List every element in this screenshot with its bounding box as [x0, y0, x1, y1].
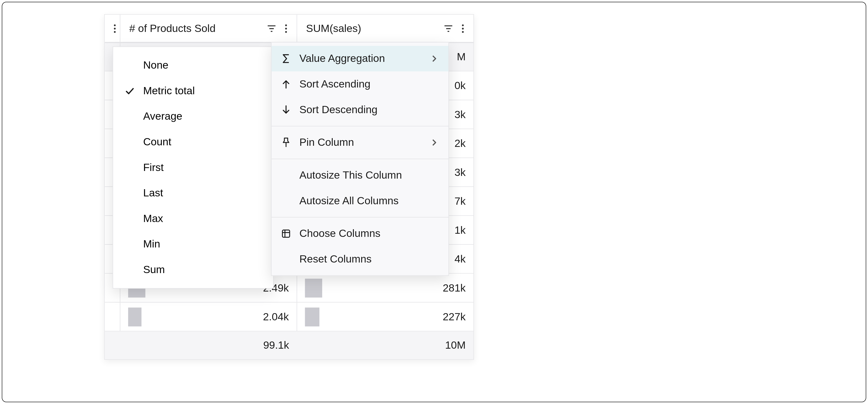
arrow-up-icon: [280, 80, 291, 89]
bar-indicator: [128, 307, 142, 326]
menu-label: Value Aggregation: [300, 53, 424, 65]
menu-label: Pin Column: [300, 136, 424, 148]
menu-value-aggregation[interactable]: Value Aggregation: [272, 46, 448, 71]
chevron-right-icon: [432, 139, 440, 146]
menu-autosize-all-columns[interactable]: Autosize All Columns: [272, 188, 448, 214]
agg-option-last[interactable]: Last: [113, 180, 273, 206]
agg-option-count[interactable]: Count: [113, 129, 273, 155]
agg-label: Min: [143, 238, 160, 250]
agg-option-max[interactable]: Max: [113, 206, 273, 232]
agg-label: Count: [143, 136, 171, 148]
svg-point-1: [114, 28, 116, 29]
agg-option-metric-total[interactable]: Metric total: [113, 78, 273, 104]
agg-option-average[interactable]: Average: [113, 104, 273, 129]
column-title: # of Products Sold: [129, 22, 262, 34]
footer-cell-products: 99.1k: [120, 331, 297, 359]
agg-label: Average: [143, 110, 182, 122]
bar-indicator: [305, 278, 322, 297]
agg-label: Sum: [143, 264, 165, 276]
filter-icon[interactable]: [443, 23, 453, 33]
svg-point-14: [462, 31, 464, 33]
agg-option-min[interactable]: Min: [113, 232, 273, 257]
aggregation-submenu: None Metric total Average Count First La…: [113, 46, 274, 289]
svg-point-7: [285, 28, 287, 29]
bar-indicator: [305, 307, 320, 326]
menu-sort-ascending[interactable]: Sort Ascending: [272, 71, 448, 97]
menu-label: Choose Columns: [300, 228, 439, 240]
table-header: # of Products Sold SUM(sales): [105, 14, 473, 42]
cell-sales: 227k: [297, 303, 473, 331]
cell-sales: 281k: [297, 273, 473, 302]
svg-point-8: [285, 31, 287, 33]
menu-pin-column[interactable]: Pin Column: [272, 130, 448, 156]
agg-option-sum[interactable]: Sum: [113, 257, 273, 282]
menu-autosize-this-column[interactable]: Autosize This Column: [272, 162, 448, 188]
agg-label: None: [143, 59, 168, 71]
menu-label: Sort Ascending: [300, 78, 439, 90]
menu-choose-columns[interactable]: Choose Columns: [272, 221, 448, 246]
pin-icon: [280, 137, 291, 147]
column-context-menu: Value Aggregation Sort Ascending Sort De…: [271, 42, 449, 276]
menu-label: Autosize This Column: [300, 169, 439, 181]
filter-icon[interactable]: [267, 23, 276, 33]
agg-option-first[interactable]: First: [113, 155, 273, 180]
table-footer-total: 99.1k 10M: [105, 331, 473, 359]
more-icon[interactable]: [110, 23, 120, 33]
menu-reset-columns[interactable]: Reset Columns: [272, 246, 448, 272]
svg-point-13: [462, 28, 464, 29]
column-header-sum-sales[interactable]: SUM(sales): [297, 14, 473, 42]
more-icon[interactable]: [458, 23, 468, 33]
column-title: SUM(sales): [306, 22, 439, 34]
footer-cell-sales: 10M: [297, 331, 473, 359]
svg-point-12: [462, 24, 464, 26]
table-row[interactable]: 2.04k227k: [105, 303, 473, 331]
menu-sort-descending[interactable]: Sort Descending: [272, 97, 448, 123]
column-header-products-sold[interactable]: # of Products Sold: [120, 14, 297, 42]
cell-value: 281k: [327, 282, 466, 294]
header-prev-actions: [105, 14, 120, 42]
svg-point-6: [285, 24, 287, 26]
agg-option-none[interactable]: None: [113, 53, 273, 78]
more-icon[interactable]: [281, 23, 291, 33]
agg-label: First: [143, 162, 164, 174]
cell-products: 2.04k: [120, 303, 297, 331]
agg-label: Max: [143, 212, 163, 225]
svg-rect-18: [282, 230, 290, 237]
svg-point-0: [114, 24, 116, 26]
menu-label: Sort Descending: [300, 104, 439, 116]
svg-point-2: [114, 31, 116, 33]
agg-label: Metric total: [143, 85, 195, 97]
menu-label: Autosize All Columns: [300, 195, 439, 207]
menu-label: Reset Columns: [300, 253, 439, 265]
agg-label: Last: [143, 187, 163, 199]
table-icon: [280, 229, 291, 238]
sigma-icon: [280, 54, 291, 63]
chevron-right-icon: [432, 55, 440, 62]
check-icon: [124, 87, 135, 95]
cell-value: 2.04k: [146, 311, 289, 323]
arrow-down-icon: [280, 105, 291, 114]
cell-value: 227k: [324, 311, 466, 323]
